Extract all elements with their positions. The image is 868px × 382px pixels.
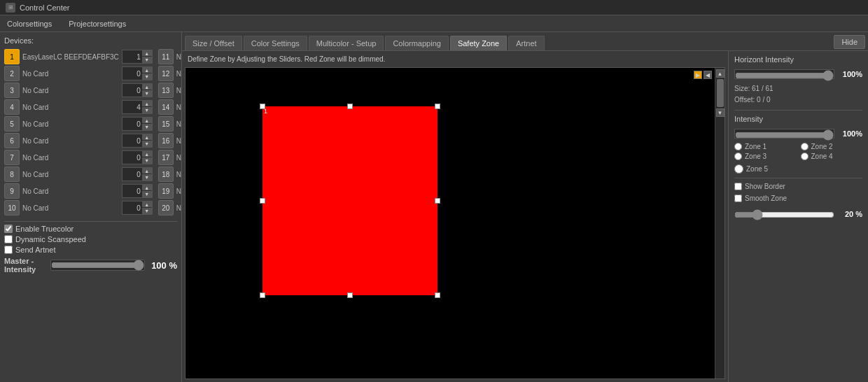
main-layout: Devices: 1EasyLaseLC BEEFDEAFBF3C▲▼2No C… bbox=[0, 32, 868, 382]
handle-br[interactable] bbox=[435, 292, 440, 298]
smooth-zone-checkbox[interactable] bbox=[734, 194, 742, 202]
device-num-btn[interactable]: 5 bbox=[4, 116, 20, 132]
spinbox: ▲▼ bbox=[122, 150, 153, 164]
device-num-btn[interactable]: 10 bbox=[4, 200, 20, 215]
handle-mr[interactable] bbox=[435, 198, 440, 204]
spinbox-input[interactable] bbox=[122, 120, 142, 128]
device-num-btn[interactable]: 6 bbox=[4, 133, 20, 148]
device-num-btn[interactable]: 3 bbox=[4, 83, 20, 98]
spin-up-btn[interactable]: ▲ bbox=[142, 118, 152, 124]
scroll-up-btn[interactable]: ▲ bbox=[716, 69, 724, 78]
spin-down-btn[interactable]: ▼ bbox=[142, 90, 152, 97]
spinbox-input[interactable] bbox=[122, 137, 142, 145]
horiz-intensity-slider[interactable] bbox=[735, 70, 834, 81]
device-num-btn[interactable]: 17 bbox=[158, 150, 174, 165]
zone2-radio[interactable] bbox=[801, 143, 808, 150]
device-name: No Card bbox=[176, 70, 182, 78]
zone1-row: Zone 1 bbox=[734, 143, 797, 150]
handle-tm[interactable] bbox=[347, 104, 353, 109]
spin-up-btn[interactable]: ▲ bbox=[142, 84, 152, 90]
device-num-btn[interactable]: 4 bbox=[4, 99, 20, 115]
show-border-checkbox[interactable] bbox=[734, 183, 742, 190]
canvas-info: Define Zone by Adjusting the Sliders. Re… bbox=[185, 54, 725, 64]
device-num-btn[interactable]: 11 bbox=[158, 49, 174, 64]
handle-tl[interactable] bbox=[260, 104, 265, 109]
spin-down-btn[interactable]: ▼ bbox=[142, 73, 152, 80]
device-num-btn[interactable]: 8 bbox=[4, 167, 20, 182]
send-artnet-checkbox[interactable] bbox=[4, 246, 13, 254]
device-num-btn[interactable]: 1 bbox=[4, 49, 20, 64]
device-row: 17No Card▲▼ bbox=[158, 150, 182, 165]
spin-down-btn[interactable]: ▼ bbox=[142, 157, 152, 164]
spin-up-btn[interactable]: ▲ bbox=[142, 50, 152, 57]
spinbox-input[interactable] bbox=[122, 204, 142, 212]
device-num-btn[interactable]: 20 bbox=[158, 200, 174, 215]
spin-down-btn[interactable]: ▼ bbox=[142, 174, 152, 181]
spin-up-btn[interactable]: ▲ bbox=[142, 185, 152, 191]
device-name: No Card bbox=[176, 154, 182, 162]
spin-down-btn[interactable]: ▼ bbox=[142, 107, 152, 113]
device-num-btn[interactable]: 19 bbox=[158, 183, 174, 199]
tab-size-offset[interactable]: Size / Offset bbox=[185, 36, 242, 50]
device-num-btn[interactable]: 15 bbox=[158, 116, 174, 132]
handle-bm[interactable] bbox=[347, 292, 353, 298]
hide-button[interactable]: Hide bbox=[834, 35, 865, 49]
spin-down-btn[interactable]: ▼ bbox=[142, 124, 152, 130]
spin-down-btn[interactable]: ▼ bbox=[142, 191, 152, 197]
device-num-btn[interactable]: 18 bbox=[158, 167, 174, 182]
tab-colormapping[interactable]: Colormapping bbox=[385, 36, 448, 50]
device-num-btn[interactable]: 13 bbox=[158, 83, 174, 98]
spin-down-btn[interactable]: ▼ bbox=[142, 141, 152, 147]
device-num-btn[interactable]: 7 bbox=[4, 150, 20, 165]
spin-down-btn[interactable]: ▼ bbox=[142, 57, 152, 63]
tab-artnet[interactable]: Artnet bbox=[508, 36, 544, 50]
zone5-radio[interactable] bbox=[734, 164, 743, 174]
spin-up-btn[interactable]: ▲ bbox=[142, 168, 152, 174]
spin-up-btn[interactable]: ▲ bbox=[142, 67, 152, 73]
zone5-label: Zone 5 bbox=[746, 165, 768, 173]
spin-up-btn[interactable]: ▲ bbox=[142, 134, 152, 141]
red-zone[interactable]: 1 bbox=[262, 106, 438, 295]
device-name: No Card bbox=[176, 137, 182, 145]
scroll-down-btn[interactable]: ▼ bbox=[716, 108, 724, 117]
enable-truecolor-checkbox[interactable] bbox=[4, 225, 13, 233]
spinbox-input[interactable] bbox=[122, 87, 142, 94]
intensity-slider[interactable] bbox=[735, 129, 834, 141]
zone4-radio[interactable] bbox=[801, 153, 808, 160]
spin-up-btn[interactable]: ▲ bbox=[142, 101, 152, 107]
canvas-btn-2[interactable]: ◀ bbox=[704, 71, 712, 79]
device-num-btn[interactable]: 14 bbox=[158, 99, 174, 115]
spinbox-input[interactable] bbox=[122, 104, 142, 111]
tab-multicolor-setup[interactable]: Multicolor - Setup bbox=[309, 36, 384, 50]
canvas-btn-1[interactable]: ▶ bbox=[694, 71, 702, 79]
spin-down-btn[interactable]: ▼ bbox=[142, 208, 152, 214]
spinbox-input[interactable] bbox=[122, 188, 142, 195]
tab-safety-zone[interactable]: Safety Zone bbox=[450, 36, 507, 50]
zone3-radio[interactable] bbox=[734, 153, 742, 160]
horiz-intensity-row: 100% bbox=[734, 69, 862, 79]
device-num-btn[interactable]: 9 bbox=[4, 183, 20, 199]
handle-tr[interactable] bbox=[435, 104, 440, 109]
settings-panel: Horizont Intensity 100% Size: 61 / 61 Of… bbox=[728, 51, 868, 382]
device-num-btn[interactable]: 12 bbox=[158, 66, 174, 81]
tab-color-settings[interactable]: Color Settings bbox=[244, 36, 307, 50]
spin-up-btn[interactable]: ▲ bbox=[142, 201, 152, 208]
menu-colorsettings[interactable]: Colorsettings bbox=[4, 18, 55, 29]
right-panel: Size / Offset Color Settings Multicolor … bbox=[182, 32, 868, 382]
device-num-btn[interactable]: 16 bbox=[158, 133, 174, 148]
spinbox-input[interactable] bbox=[122, 53, 142, 61]
zone1-radio[interactable] bbox=[734, 143, 742, 150]
master-slider[interactable] bbox=[51, 260, 144, 270]
spinbox-input[interactable] bbox=[122, 154, 142, 162]
scroll-thumb[interactable] bbox=[717, 79, 724, 107]
handle-ml[interactable] bbox=[260, 198, 265, 204]
spinbox-input[interactable] bbox=[122, 171, 142, 178]
spinbox-input[interactable] bbox=[122, 70, 142, 78]
device-row: 13No Card▲▼ bbox=[158, 83, 182, 98]
dynamic-scanspeed-checkbox[interactable] bbox=[4, 235, 13, 243]
bottom-slider[interactable] bbox=[734, 209, 834, 220]
device-num-btn[interactable]: 2 bbox=[4, 66, 20, 81]
spin-up-btn[interactable]: ▲ bbox=[142, 151, 152, 157]
handle-bl[interactable] bbox=[260, 292, 265, 298]
menu-projectorsettings[interactable]: Projectorsettings bbox=[66, 18, 129, 29]
